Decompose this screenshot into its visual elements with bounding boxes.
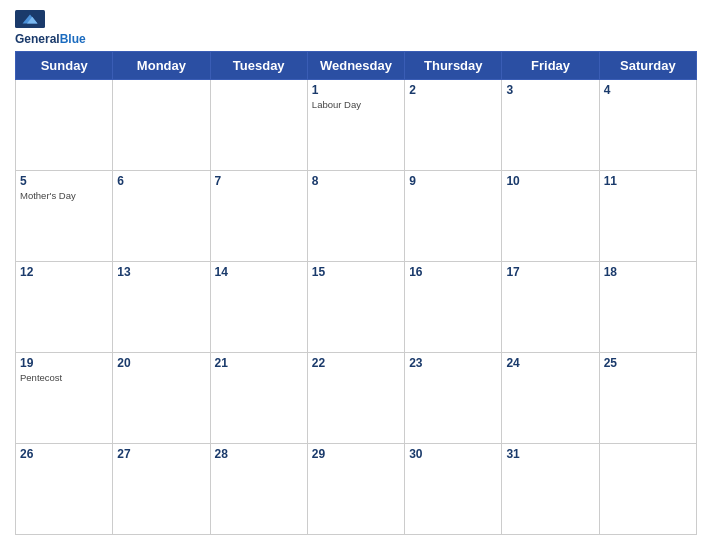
- calendar-cell: 24: [502, 353, 599, 444]
- day-number: 22: [312, 356, 400, 370]
- calendar-cell: 13: [113, 262, 210, 353]
- weekday-header-wednesday: Wednesday: [307, 52, 404, 80]
- calendar-cell: 25: [599, 353, 696, 444]
- day-number: 10: [506, 174, 594, 188]
- weekday-header-tuesday: Tuesday: [210, 52, 307, 80]
- weekday-header-friday: Friday: [502, 52, 599, 80]
- calendar-cell: 20: [113, 353, 210, 444]
- day-number: 18: [604, 265, 692, 279]
- calendar-week-row: 1Labour Day234: [16, 80, 697, 171]
- calendar-cell: 5Mother's Day: [16, 171, 113, 262]
- calendar-cell: 18: [599, 262, 696, 353]
- day-number: 4: [604, 83, 692, 97]
- day-number: 7: [215, 174, 303, 188]
- day-number: 14: [215, 265, 303, 279]
- day-number: 1: [312, 83, 400, 97]
- calendar-week-row: 5Mother's Day67891011: [16, 171, 697, 262]
- calendar-cell: 21: [210, 353, 307, 444]
- day-number: 3: [506, 83, 594, 97]
- calendar-cell: 31: [502, 444, 599, 535]
- holiday-label: Mother's Day: [20, 190, 108, 201]
- day-number: 9: [409, 174, 497, 188]
- calendar-cell: 3: [502, 80, 599, 171]
- calendar-cell: 14: [210, 262, 307, 353]
- day-number: 26: [20, 447, 108, 461]
- calendar-cell: [210, 80, 307, 171]
- calendar-cell: 26: [16, 444, 113, 535]
- weekday-header-sunday: Sunday: [16, 52, 113, 80]
- day-number: 6: [117, 174, 205, 188]
- calendar-cell: 4: [599, 80, 696, 171]
- day-number: 15: [312, 265, 400, 279]
- logo: GeneralBlue: [15, 10, 86, 47]
- calendar-week-row: 19Pentecost202122232425: [16, 353, 697, 444]
- calendar-cell: 27: [113, 444, 210, 535]
- day-number: 20: [117, 356, 205, 370]
- calendar-cell: 10: [502, 171, 599, 262]
- calendar-cell: 23: [405, 353, 502, 444]
- holiday-label: Labour Day: [312, 99, 400, 110]
- calendar-cell: 1Labour Day: [307, 80, 404, 171]
- day-number: 23: [409, 356, 497, 370]
- calendar-cell: 7: [210, 171, 307, 262]
- calendar-cell: [113, 80, 210, 171]
- calendar-cell: 2: [405, 80, 502, 171]
- calendar-cell: 15: [307, 262, 404, 353]
- calendar-cell: 8: [307, 171, 404, 262]
- day-number: 16: [409, 265, 497, 279]
- calendar-week-row: 262728293031: [16, 444, 697, 535]
- calendar-week-row: 12131415161718: [16, 262, 697, 353]
- day-number: 12: [20, 265, 108, 279]
- calendar-cell: 30: [405, 444, 502, 535]
- day-number: 21: [215, 356, 303, 370]
- day-number: 17: [506, 265, 594, 279]
- calendar-cell: 17: [502, 262, 599, 353]
- weekday-header-thursday: Thursday: [405, 52, 502, 80]
- calendar-cell: 16: [405, 262, 502, 353]
- calendar-cell: 28: [210, 444, 307, 535]
- day-number: 25: [604, 356, 692, 370]
- day-number: 11: [604, 174, 692, 188]
- day-number: 13: [117, 265, 205, 279]
- day-number: 24: [506, 356, 594, 370]
- day-number: 29: [312, 447, 400, 461]
- calendar-cell: 29: [307, 444, 404, 535]
- logo-icon: [15, 10, 45, 28]
- calendar-cell: 6: [113, 171, 210, 262]
- logo-text: GeneralBlue: [15, 29, 86, 47]
- page-header: GeneralBlue: [15, 10, 697, 47]
- day-number: 31: [506, 447, 594, 461]
- day-number: 8: [312, 174, 400, 188]
- calendar-cell: 11: [599, 171, 696, 262]
- calendar-cell: 19Pentecost: [16, 353, 113, 444]
- day-number: 2: [409, 83, 497, 97]
- calendar-cell: 12: [16, 262, 113, 353]
- day-number: 30: [409, 447, 497, 461]
- calendar-cell: [599, 444, 696, 535]
- calendar-table: SundayMondayTuesdayWednesdayThursdayFrid…: [15, 51, 697, 535]
- day-number: 27: [117, 447, 205, 461]
- day-number: 28: [215, 447, 303, 461]
- calendar-cell: [16, 80, 113, 171]
- weekday-header-monday: Monday: [113, 52, 210, 80]
- day-number: 19: [20, 356, 108, 370]
- weekday-header-row: SundayMondayTuesdayWednesdayThursdayFrid…: [16, 52, 697, 80]
- calendar-cell: 9: [405, 171, 502, 262]
- weekday-header-saturday: Saturday: [599, 52, 696, 80]
- day-number: 5: [20, 174, 108, 188]
- holiday-label: Pentecost: [20, 372, 108, 383]
- calendar-cell: 22: [307, 353, 404, 444]
